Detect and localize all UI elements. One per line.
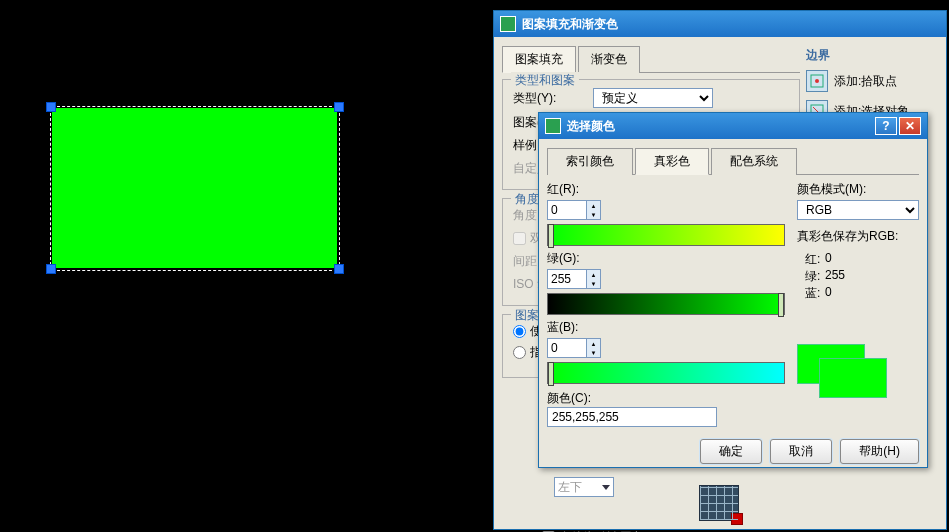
group-title: 类型和图案 bbox=[511, 72, 579, 89]
color-preview-new bbox=[819, 358, 887, 398]
tab-color-books[interactable]: 配色系统 bbox=[711, 148, 797, 175]
cancel-button[interactable]: 取消 bbox=[770, 439, 832, 464]
red-gradient-slider[interactable] bbox=[547, 224, 785, 246]
select-color-dialog: 选择颜色 ? ✕ 索引颜色 真彩色 配色系统 红(R): ▲▼ 绿( bbox=[538, 112, 928, 468]
spin-up-icon[interactable]: ▲ bbox=[586, 270, 600, 279]
green-gradient-slider[interactable] bbox=[547, 293, 785, 315]
double-checkbox bbox=[513, 232, 526, 245]
add-pick-points-button[interactable]: 添加:拾取点 bbox=[806, 70, 936, 92]
boundary-title: 边界 bbox=[806, 47, 936, 64]
selection-border bbox=[52, 106, 337, 107]
pick-points-icon bbox=[806, 70, 828, 92]
spin-down-icon[interactable]: ▼ bbox=[586, 279, 600, 288]
red-spinner[interactable]: ▲▼ bbox=[547, 200, 601, 220]
green-label: 绿(G): bbox=[547, 250, 785, 267]
tab-gradient[interactable]: 渐变色 bbox=[578, 46, 640, 73]
selection-handle[interactable] bbox=[46, 102, 56, 112]
blue-spinner[interactable]: ▲▼ bbox=[547, 338, 601, 358]
position-value: 左下 bbox=[558, 479, 582, 496]
color-dialog-titlebar[interactable]: 选择颜色 ? ✕ bbox=[539, 113, 927, 139]
specify-radio[interactable] bbox=[513, 346, 526, 359]
type-label: 类型(Y): bbox=[513, 90, 593, 107]
selection-handle[interactable] bbox=[46, 264, 56, 274]
slider-handle[interactable] bbox=[548, 362, 554, 386]
green-spinner[interactable]: ▲▼ bbox=[547, 269, 601, 289]
spin-up-icon[interactable]: ▲ bbox=[586, 201, 600, 210]
drawing-canvas[interactable] bbox=[0, 0, 475, 532]
hatch-tabs: 图案填充 渐变色 bbox=[502, 45, 800, 73]
position-dropdown: 左下 bbox=[554, 477, 614, 497]
selection-border bbox=[50, 108, 51, 270]
tab-hatch-fill[interactable]: 图案填充 bbox=[502, 46, 576, 73]
color-tabs: 索引颜色 真彩色 配色系统 bbox=[547, 147, 919, 175]
ok-button[interactable]: 确定 bbox=[700, 439, 762, 464]
chevron-down-icon bbox=[602, 485, 610, 490]
tab-true-color[interactable]: 真彩色 bbox=[635, 148, 709, 175]
use-current-radio[interactable] bbox=[513, 325, 526, 338]
color-value-input[interactable] bbox=[547, 407, 717, 427]
selection-handle[interactable] bbox=[334, 264, 344, 274]
spin-down-icon[interactable]: ▼ bbox=[586, 348, 600, 357]
red-label: 红(R): bbox=[547, 181, 785, 198]
blue-gradient-slider[interactable] bbox=[547, 362, 785, 384]
green-rectangle[interactable] bbox=[52, 108, 337, 268]
color-mode-select[interactable]: RGB bbox=[797, 200, 919, 220]
hatch-dialog-title: 图案填充和渐变色 bbox=[522, 16, 618, 33]
tab-index-color[interactable]: 索引颜色 bbox=[547, 148, 633, 175]
help-titlebar-button[interactable]: ? bbox=[875, 117, 897, 135]
type-select[interactable]: 预定义 bbox=[593, 88, 713, 108]
color-dialog-icon bbox=[545, 118, 561, 134]
rgb-readout: 红:0 绿:255 蓝:0 bbox=[797, 251, 919, 302]
hatch-preview-swatch[interactable] bbox=[699, 485, 739, 521]
color-input-label: 颜色(C): bbox=[547, 390, 591, 407]
green-input[interactable] bbox=[548, 270, 586, 288]
red-input[interactable] bbox=[548, 201, 586, 219]
color-dialog-title: 选择颜色 bbox=[567, 118, 615, 135]
slider-handle[interactable] bbox=[548, 224, 554, 248]
app-icon bbox=[500, 16, 516, 32]
selection-handle[interactable] bbox=[334, 102, 344, 112]
hatch-dialog-titlebar[interactable]: 图案填充和渐变色 bbox=[494, 11, 946, 37]
add-pick-label: 添加:拾取点 bbox=[834, 73, 897, 90]
color-mode-label: 颜色模式(M): bbox=[797, 181, 919, 198]
selection-border bbox=[339, 108, 340, 270]
spin-up-icon[interactable]: ▲ bbox=[586, 339, 600, 348]
help-button[interactable]: 帮助(H) bbox=[840, 439, 919, 464]
close-button[interactable]: ✕ bbox=[899, 117, 921, 135]
svg-point-1 bbox=[815, 79, 819, 83]
selection-border bbox=[52, 270, 337, 271]
blue-input[interactable] bbox=[548, 339, 586, 357]
save-as-label: 真彩色保存为RGB: bbox=[797, 228, 919, 245]
blue-label: 蓝(B): bbox=[547, 319, 785, 336]
color-preview bbox=[797, 344, 892, 402]
slider-handle[interactable] bbox=[778, 293, 784, 317]
spin-down-icon[interactable]: ▼ bbox=[586, 210, 600, 219]
